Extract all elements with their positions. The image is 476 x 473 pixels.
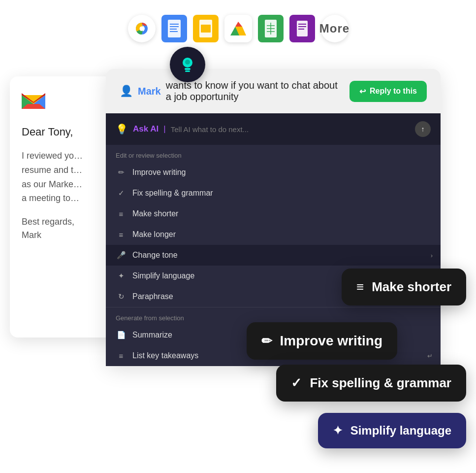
svg-rect-20 [298, 24, 306, 25]
fix-spelling-tooltip-label: Fix spelling & grammar [310, 375, 451, 391]
change-tone-icon: 🎤 [116, 251, 127, 260]
svg-rect-26 [185, 70, 190, 72]
paraphrase-icon: ↻ [116, 292, 127, 301]
make-shorter-icon: ≡ [116, 210, 127, 218]
ask-ai-label: Ask AI [133, 124, 159, 134]
improve-writing-icon: ✏ [116, 168, 127, 177]
reply-button[interactable]: ↩ Reply to this [349, 81, 427, 102]
menu-item-fix-spelling[interactable]: ✓ Fix spelling & grammar [106, 183, 441, 203]
simplify-label: Simplify language [132, 271, 194, 280]
ask-ai-bar: 💡 Ask AI | Tell AI what to do next... ↑ [106, 113, 441, 145]
change-tone-label: Change tone [132, 251, 178, 260]
ask-ai-placeholder: Tell AI what to do next... [171, 125, 410, 134]
notification-message: wants to know if you want to chat about … [166, 80, 342, 102]
svg-rect-9 [201, 25, 211, 33]
ask-ai-send-button[interactable]: ↑ [415, 121, 431, 137]
svg-rect-5 [170, 26, 179, 27]
notification-text: 👤 Mark wants to know if you want to chat… [120, 80, 342, 102]
chevron-right-icon: › [431, 252, 433, 259]
ask-ai-bulb-icon: 💡 [116, 123, 128, 135]
menu-item-change-tone[interactable]: 🎤 Change tone › [106, 245, 441, 266]
fix-spelling-tooltip-icon: ✓ [291, 375, 302, 391]
simplify-icon: ✦ [116, 271, 127, 280]
tooltip-simplify: ✦ Simplify language [318, 413, 466, 448]
list-key-label: List key takeaways [132, 351, 198, 360]
google-slides-icon[interactable] [193, 15, 219, 42]
app-icons-row: More [128, 15, 349, 42]
chrome-icon[interactable] [128, 15, 156, 42]
menu-item-make-longer[interactable]: ≡ Make longer [106, 224, 441, 245]
svg-rect-6 [170, 29, 177, 30]
make-longer-label: Make longer [132, 230, 176, 239]
improve-writing-tooltip-label: Improve writing [280, 333, 382, 349]
summarize-icon: 📄 [116, 331, 127, 339]
tooltip-make-shorter: ≡ Make shorter [342, 269, 466, 305]
more-icon[interactable]: More [321, 15, 349, 42]
paraphrase-label: Paraphrase [132, 292, 173, 301]
gmail-logo [22, 90, 45, 114]
simplify-tooltip-icon: ✦ [333, 424, 343, 438]
improve-writing-label: Improve writing [132, 168, 186, 177]
svg-rect-7 [170, 31, 178, 32]
menu-item-make-shorter[interactable]: ≡ Make shorter [106, 203, 441, 224]
fix-spelling-icon: ✓ [116, 189, 127, 198]
svg-point-2 [139, 27, 144, 31]
svg-rect-21 [298, 26, 306, 27]
main-ai-card: 👤 Mark wants to know if you want to chat… [106, 69, 441, 366]
tooltip-fix-spelling: ✓ Fix spelling & grammar [276, 365, 466, 402]
google-docs-icon[interactable] [161, 15, 187, 42]
list-key-icon: ≡ [116, 352, 127, 360]
google-keep-icon[interactable] [289, 15, 315, 42]
send-arrow-icon: ↑ [421, 125, 425, 133]
make-shorter-tooltip-icon: ≡ [356, 279, 364, 295]
svg-rect-4 [170, 24, 179, 25]
fix-spelling-label: Fix spelling & grammar [132, 189, 213, 198]
ask-ai-cursor: | [163, 124, 165, 134]
lightbulb-floating-icon [170, 47, 205, 82]
svg-marker-13 [235, 22, 242, 27]
make-shorter-label: Make shorter [132, 209, 178, 218]
user-profile-icon: 👤 [120, 85, 133, 98]
return-icon: ↵ [427, 352, 433, 360]
svg-rect-25 [185, 68, 190, 70]
svg-point-27 [185, 60, 190, 65]
menu-section1-label: Edit or review selection [106, 145, 441, 162]
reply-button-label: Reply to this [370, 87, 417, 96]
google-sheets-icon[interactable] [258, 15, 284, 42]
make-shorter-tooltip-label: Make shorter [372, 279, 451, 295]
simplify-tooltip-label: Simplify language [350, 424, 451, 438]
menu-item-improve-writing[interactable]: ✏ Improve writing [106, 162, 441, 183]
svg-rect-22 [298, 29, 304, 30]
tooltip-improve-writing: ✏ Improve writing [247, 322, 397, 360]
google-drive-icon[interactable] [224, 15, 252, 42]
reply-arrow-icon: ↩ [359, 87, 366, 96]
summarize-label: Summarize [132, 331, 172, 339]
improve-writing-tooltip-icon: ✏ [261, 334, 272, 349]
notification-bar: 👤 Mark wants to know if you want to chat… [106, 69, 441, 113]
make-longer-icon: ≡ [116, 231, 127, 239]
sender-name: Mark [138, 86, 161, 97]
